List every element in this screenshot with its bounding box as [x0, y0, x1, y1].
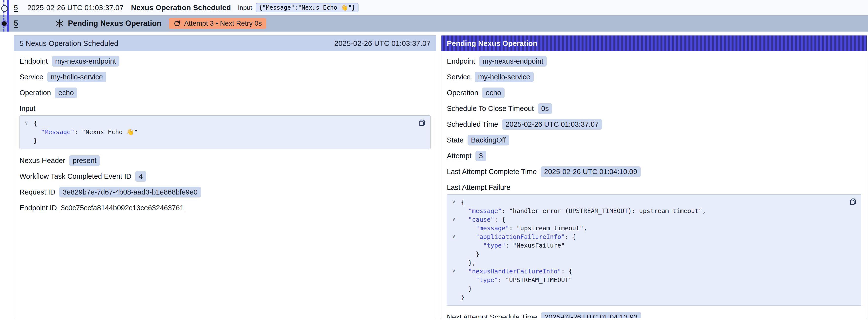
panel-title: 5 Nexus Operation Scheduled	[20, 39, 118, 47]
field-endpoint: Endpointmy-nexus-endpoint	[447, 56, 861, 67]
pending-operation-fields: Endpointmy-nexus-endpointServicemy-hello…	[441, 51, 867, 318]
json-line: }	[447, 284, 844, 293]
copy-icon	[849, 197, 857, 206]
field-value-badge: my-hello-service	[48, 72, 106, 82]
event-title: Nexus Operation Scheduled	[131, 3, 231, 12]
asterisk-icon	[55, 19, 64, 28]
field-endpoint-id: Endpoint ID3c0c75ccfa8144b092c13ce632463…	[20, 202, 431, 213]
json-line: }	[447, 250, 844, 258]
event-detail-panels: 5 Nexus Operation Scheduled 2025-02-26 U…	[14, 35, 867, 318]
timeline-active-bar	[7, 0, 9, 32]
field-label: Endpoint	[20, 57, 48, 65]
field-value-badge: echo	[55, 88, 77, 98]
json-line: "message": "upstream timeout",	[447, 224, 844, 232]
event-time: 2025-02-26 UTC 01:03:37.07	[27, 3, 124, 12]
scheduled-event-panel-header: 5 Nexus Operation Scheduled 2025-02-26 U…	[14, 35, 436, 51]
field-state: StateBackingOff	[447, 135, 861, 146]
field-workflow-task-completed-event-id: Workflow Task Completed Event ID4	[20, 171, 431, 182]
json-line: ∨"applicationFailureInfo": {	[447, 232, 844, 241]
panel-time: 2025-02-26 UTC 01:03:37.07	[334, 39, 431, 47]
field-label: Operation	[20, 89, 51, 97]
json-viewer-input: ∨{"Message": "Nexus Echo 👋"}	[20, 116, 431, 149]
json-line: "message": "handler error (UPSTREAM_TIME…	[447, 206, 844, 215]
field-service: Servicemy-hello-service	[447, 71, 861, 82]
json-line: "type": "NexusFailure"	[447, 241, 844, 250]
pending-event-id-link[interactable]: 5	[14, 19, 18, 28]
timeline-open-dot	[1, 5, 8, 12]
field-value-badge: BackingOff	[468, 135, 509, 146]
copy-button[interactable]	[418, 119, 426, 127]
json-line: },	[447, 258, 844, 267]
field-value-badge: 0s	[538, 103, 552, 114]
chevron-down-icon[interactable]: ∨	[451, 266, 457, 275]
copy-icon	[418, 119, 426, 127]
field-label: Service	[20, 73, 43, 81]
json-line: }	[447, 293, 844, 301]
retry-status-badge[interactable]: Attempt 3 • Next Retry 0s	[169, 18, 266, 29]
field-label: Nexus Header	[20, 157, 65, 165]
json-line: ∨{	[447, 198, 844, 206]
chevron-down-icon[interactable]: ∨	[451, 232, 457, 240]
field-value-badge: my-nexus-endpoint	[52, 56, 120, 67]
field-label: Workflow Task Completed Event ID	[20, 172, 131, 181]
field-label: Attempt	[447, 152, 471, 160]
json-line: ∨"cause": {	[447, 215, 844, 224]
field-label: Endpoint	[447, 57, 475, 65]
field-operation: Operationecho	[20, 87, 431, 98]
event-row-nexus-operation-scheduled[interactable]: 5 2025-02-26 UTC 01:03:37.07 Nexus Opera…	[0, 0, 868, 15]
retry-icon	[173, 20, 181, 27]
field-request-id: Request ID3e829b7e-7d67-4b08-aad3-b1e868…	[20, 187, 431, 197]
field-nexus-header: Nexus Headerpresent	[20, 155, 431, 166]
field-label: Service	[447, 73, 471, 81]
pending-operation-panel: Pending Nexus Operation Endpointmy-nexus…	[441, 35, 867, 318]
scheduled-event-panel: 5 Nexus Operation Scheduled 2025-02-26 U…	[14, 35, 436, 318]
timeline-dashed-line	[3, 0, 4, 32]
pending-row-title: Pending Nexus Operation	[68, 19, 161, 28]
field-label: Scheduled Time	[447, 120, 498, 128]
field-label: Operation	[447, 89, 478, 97]
field-next-attempt-schedule-time: Next Attempt Schedule Time2025-02-26 UTC…	[447, 312, 861, 318]
event-input-preview-chip[interactable]: {"Message":"Nexus Echo 👋"}	[256, 3, 359, 12]
field-value-badge: 2025-02-26 UTC 01:04:10.09	[540, 166, 641, 177]
field-service: Servicemy-hello-service	[20, 71, 431, 82]
field-value-badge: 3e829b7e-7d67-4b08-aad3-b1e868bfe9e0	[59, 187, 201, 197]
field-input: Input	[20, 103, 431, 114]
field-label: Last Attempt Complete Time	[447, 168, 537, 176]
field-last-attempt-complete-time: Last Attempt Complete Time2025-02-26 UTC…	[447, 166, 861, 177]
chevron-down-icon[interactable]: ∨	[451, 215, 457, 223]
field-value-link[interactable]: 3c0c75ccfa8144b092c13ce632463761	[61, 204, 184, 212]
field-label: Last Attempt Failure	[447, 184, 510, 192]
field-label: Input	[20, 104, 35, 113]
retry-badge-label: Attempt 3 • Next Retry 0s	[184, 20, 262, 27]
json-viewer-last-attempt-failure: ∨{"message": "handler error (UPSTREAM_TI…	[447, 194, 861, 306]
field-value-badge: 2025-02-26 UTC 01:03:37.07	[502, 119, 602, 130]
field-label: Next Attempt Schedule Time	[447, 313, 537, 319]
field-last-attempt-failure: Last Attempt Failure	[447, 182, 861, 193]
scheduled-event-fields: Endpointmy-nexus-endpointServicemy-hello…	[14, 51, 436, 213]
pending-operation-panel-header: Pending Nexus Operation	[441, 35, 867, 51]
json-line: ∨{	[20, 119, 413, 128]
pending-nexus-operation-row[interactable]: 5 Pending Nexus Operation Attempt 3 • Ne…	[0, 15, 868, 32]
chevron-down-icon[interactable]: ∨	[23, 119, 30, 127]
event-id-link[interactable]: 5	[14, 3, 18, 12]
field-operation: Operationecho	[447, 87, 861, 98]
timeline-filled-dot	[2, 21, 7, 26]
copy-button[interactable]	[849, 197, 857, 206]
field-scheduled-time: Scheduled Time2025-02-26 UTC 01:03:37.07	[447, 119, 861, 130]
json-line: ∨"nexusHandlerFailureInfo": {	[447, 267, 844, 276]
field-value-badge: my-nexus-endpoint	[479, 56, 547, 67]
field-attempt: Attempt3	[447, 151, 861, 161]
field-schedule-to-close-timeout: Schedule To Close Timeout0s	[447, 103, 861, 114]
json-line: "Message": "Nexus Echo 👋"	[20, 128, 413, 136]
field-label: Request ID	[20, 188, 55, 196]
field-label: Endpoint ID	[20, 204, 57, 212]
panel-title: Pending Nexus Operation	[447, 39, 537, 47]
json-line: }	[20, 136, 413, 145]
event-input-label: Input	[238, 4, 252, 11]
field-value-badge: 2025-02-26 UTC 01:04:13.93	[541, 312, 641, 319]
chevron-down-icon[interactable]: ∨	[451, 197, 457, 206]
field-value-badge: 4	[135, 171, 146, 182]
field-value-badge: echo	[482, 88, 504, 98]
field-value-badge: 3	[475, 151, 486, 161]
field-label: State	[447, 136, 464, 144]
